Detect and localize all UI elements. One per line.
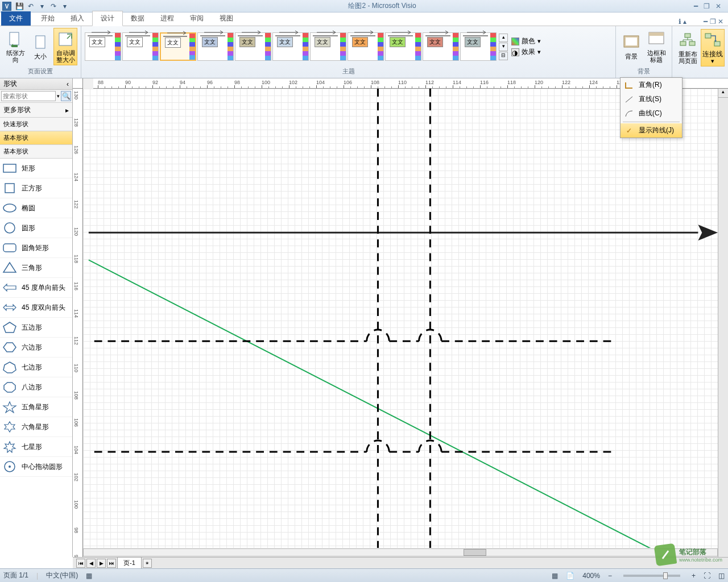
fullscreen-icon[interactable]: ◫ [718,572,725,580]
theme-scroll-up[interactable]: ▴ [499,34,508,42]
theme-item-8[interactable]: 文文 [385,32,421,61]
shape-item-9[interactable]: 六边形 [0,338,72,357]
status-zoom[interactable]: 400% [582,572,600,580]
status-macro-icon[interactable]: ▦ [86,572,92,580]
watermark: 笔记部落 www.notetribe.com [655,544,722,565]
shape-item-2[interactable]: 椭圆 [0,198,72,218]
shapes-search-input[interactable] [1,91,56,101]
tab-home[interactable]: 开始 [33,11,63,26]
restore-icon[interactable]: ❐ [704,2,710,10]
shape-item-7[interactable]: 45 度双向箭头 [0,298,72,318]
shape-item-15[interactable]: 中心拖动圆形 [0,457,72,477]
theme-item-4[interactable]: 文文 [235,32,271,61]
theme-item-5[interactable]: 文文 [272,32,309,61]
canvas-area: 8890929496981001021041061081101121141161… [73,78,728,557]
theme-more[interactable]: ⊟ [499,52,508,60]
group-page-setup: 纸张方向 大小 自动调整大小 页面设置 [0,26,81,78]
page-prev[interactable]: ◀ [86,559,96,568]
status-language[interactable]: 中文(中国) [46,571,78,580]
svg-rect-4 [626,38,637,45]
theme-item-2[interactable]: 文文 [160,32,196,61]
background-button[interactable]: 背景 [619,28,643,65]
shape-item-5[interactable]: 三角形 [0,258,72,278]
shape-item-12[interactable]: 五角星形 [0,397,72,417]
autosize-button[interactable]: 自动调整大小 [53,28,77,65]
shapes-search-button[interactable]: 🔍 [61,91,71,101]
shape-item-1[interactable]: 正方形 [0,178,72,198]
theme-gallery[interactable]: 文文文文文文文文文文文文文文文文文文文文文文 [85,32,497,61]
shape-item-10[interactable]: 七边形 [0,357,72,377]
page-first[interactable]: ⏮ [76,559,85,568]
stencil-quick[interactable]: 快速形状 [0,118,72,131]
stencil-basic[interactable]: 基本形状 [0,131,72,145]
menu-curved[interactable]: 曲线(C) [621,106,682,120]
tab-review[interactable]: 审阅 [182,11,212,26]
ruler-vertical[interactable]: 1301281261241221201181161141121101081061… [73,89,83,557]
theme-item-9[interactable]: 文文 [423,32,459,61]
theme-effects-button[interactable]: ◑效果 ▾ [511,47,541,57]
svg-point-18 [9,465,11,468]
svg-rect-11 [714,41,720,46]
size-button[interactable]: 大小 [28,28,52,65]
minimize-icon[interactable]: ━ [694,2,698,10]
zoom-slider[interactable] [623,575,680,577]
qat-customize[interactable]: ▾ [60,1,70,11]
qat-more[interactable]: ▾ [37,1,47,11]
theme-colors-button[interactable]: 颜色 ▾ [511,36,541,46]
ribbon-tabs: 文件 开始 插入 设计 数据 进程 审阅 视图 ℹ ▴ ━ ❐ ✕ [0,13,728,26]
page-next[interactable]: ▶ [97,559,106,568]
orientation-button[interactable]: 纸张方向 [3,28,27,65]
theme-item-7[interactable]: 文文 [348,32,384,61]
page-last[interactable]: ⏭ [107,559,116,568]
qat-undo[interactable]: ↶ [26,1,36,11]
theme-item-6[interactable]: 文文 [310,32,346,61]
shape-item-4[interactable]: 圆角矩形 [0,238,72,258]
svg-rect-9 [689,41,695,45]
zoom-in[interactable]: + [692,572,696,580]
relayout-button[interactable]: 重新布局页面 [676,29,700,66]
hscrollbar[interactable] [83,548,718,557]
zoom-out[interactable]: − [608,572,612,580]
shape-item-11[interactable]: 八边形 [0,377,72,397]
close-icon[interactable]: ✕ [715,2,721,10]
theme-item-0[interactable]: 文文 [85,32,121,61]
menu-show-jumps[interactable]: ✓显示跨线(J) [621,123,682,138]
qat-redo[interactable]: ↷ [48,1,59,11]
theme-item-1[interactable]: 文文 [122,32,159,61]
page-add[interactable]: ✶ [143,559,152,568]
help-icon[interactable]: ℹ ▴ [679,18,686,26]
window-controls-2[interactable]: ━ ❐ ✕ [704,18,723,26]
shape-item-6[interactable]: 45 度单向箭头 [0,278,72,298]
shape-item-8[interactable]: 五边形 [0,318,72,338]
tab-insert[interactable]: 插入 [63,11,92,26]
tab-data[interactable]: 数据 [123,11,152,26]
shape-item-3[interactable]: 圆形 [0,218,72,238]
group-label-pagesetup: 页面设置 [3,66,77,77]
theme-item-10[interactable]: 文文 [460,32,497,61]
status-view-icon[interactable]: ▦ [552,572,558,580]
tab-file[interactable]: 文件 [1,11,31,26]
shape-list: 矩形正方形椭圆圆形圆角矩形三角形45 度单向箭头45 度双向箭头五边形六边形七边… [0,159,72,557]
qat-save[interactable]: 💾 [14,1,24,11]
vscrollbar[interactable]: ▴ [718,89,728,557]
borders-titles-button[interactable]: 边框和标题 [644,28,668,65]
stencil-more[interactable]: 更多形状▸ [0,103,72,118]
tab-view[interactable]: 视图 [212,11,241,26]
drawing-canvas[interactable] [83,89,718,557]
group-backgrounds: 背景 边框和标题 背景 [616,26,672,78]
status-page-width-icon[interactable]: 📄 [566,572,574,580]
menu-right-angle[interactable]: 直角(R) [621,78,682,92]
tab-process[interactable]: 进程 [152,11,182,26]
menu-straight[interactable]: 直线(S) [621,92,682,106]
shape-item-0[interactable]: 矩形 [0,159,72,178]
svg-rect-13 [5,184,14,193]
theme-scroll-down[interactable]: ▾ [499,43,508,51]
page-tab-1[interactable]: 页-1 [117,557,142,569]
theme-item-3[interactable]: 文文 [197,32,234,61]
tab-design[interactable]: 设计 [92,11,123,26]
fit-window-icon[interactable]: ⛶ [704,572,710,580]
shape-item-14[interactable]: 七星形 [0,437,72,457]
connectors-button[interactable]: 连接线▾ [701,29,725,66]
svg-rect-7 [685,34,690,38]
shape-item-13[interactable]: 六角星形 [0,417,72,437]
